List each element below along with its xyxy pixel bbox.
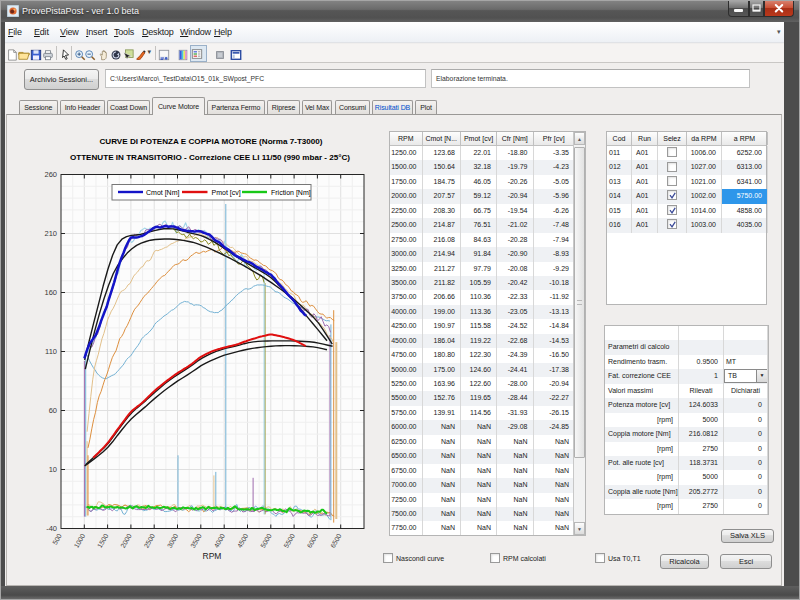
svg-text:6500: 6500 [329,532,343,549]
svg-text:210: 210 [44,229,57,238]
svg-text:CURVE DI POTENZA E COPPIA MOTO: CURVE DI POTENZA E COPPIA MOTORE (Norma … [99,137,322,146]
svg-text:260: 260 [44,170,57,179]
svg-text:2000: 2000 [119,532,133,549]
svg-text:5000: 5000 [259,532,273,549]
svg-text:1500: 1500 [96,532,110,549]
svg-text:3000: 3000 [166,532,180,549]
svg-text:500: 500 [51,532,63,546]
svg-text:60: 60 [49,406,57,415]
svg-text:6000: 6000 [306,532,320,549]
svg-text:Friction [Nm]: Friction [Nm] [271,189,311,197]
svg-text:Pmot [cv]: Pmot [cv] [212,189,241,197]
svg-text:1000: 1000 [73,532,87,549]
svg-text:3500: 3500 [189,532,203,549]
svg-text:Cmot [Nm]: Cmot [Nm] [146,189,180,197]
svg-text:4000: 4000 [212,532,226,549]
svg-text:OTTENUTE IN TRANSITORIO - Corr: OTTENUTE IN TRANSITORIO - Correzione CEE… [70,153,350,162]
svg-text:5500: 5500 [282,532,296,549]
svg-text:2500: 2500 [142,532,156,549]
svg-text:110: 110 [45,347,57,356]
svg-text:-40: -40 [46,524,57,533]
svg-text:RPM: RPM [203,551,222,561]
svg-text:4500: 4500 [236,532,250,549]
svg-text:160: 160 [44,288,57,297]
svg-text:10: 10 [49,465,57,474]
